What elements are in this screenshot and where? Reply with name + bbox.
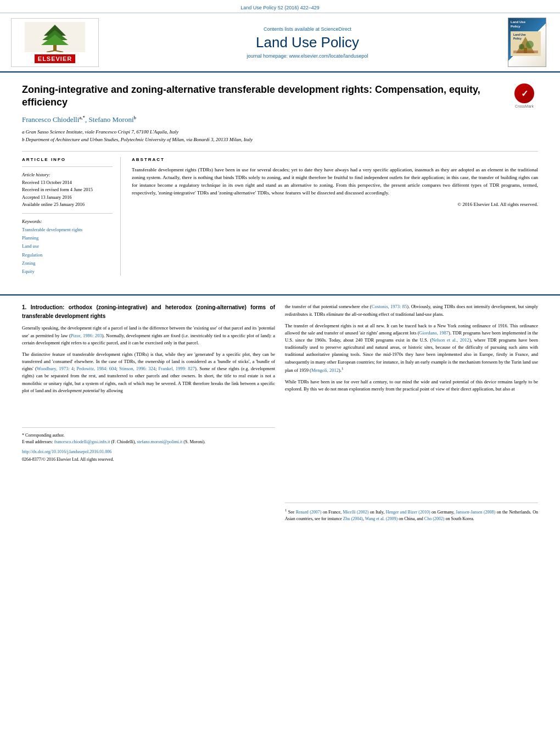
elsevier-logo-box: ELSEVIER — [11, 18, 99, 67]
footnote1-number: 1 — [285, 508, 287, 512]
ref-nelson[interactable]: Nelson et al., 2012 — [432, 337, 469, 343]
article-history: Article history: Received 13 October 201… — [22, 171, 113, 209]
corresponding-author-note: * Corresponding author. — [22, 432, 275, 439]
keyword-4[interactable]: Regulation — [22, 251, 113, 259]
ref-henger[interactable]: Henger and Bizer (2010) — [386, 510, 430, 515]
email-footnote: E-mail addresses: francesco.chiodelli@gs… — [22, 439, 275, 445]
elsevier-tree-icon — [25, 22, 85, 52]
ref-costonis[interactable]: Costonis, 1973: 85 — [372, 304, 407, 309]
ref-pizor[interactable]: Pizor, 1986: 203 — [71, 333, 102, 338]
info-divider-2 — [22, 213, 113, 214]
ref-zhu[interactable]: Zhu (2004) — [343, 516, 363, 521]
article-body: Zoning-integrative and zoning-alternativ… — [0, 72, 560, 287]
abstract-copyright: © 2016 Elsevier Ltd. All rights reserved… — [132, 202, 538, 207]
ref-woodbury[interactable]: Woodbury, 1973: 4 — [37, 366, 74, 371]
abstract-col: ABSTRACT Transferable development rights… — [132, 157, 538, 276]
footnote-ref-1: 1 — [341, 366, 344, 371]
section1-para1: Generally speaking, the development righ… — [22, 325, 275, 347]
journal-thumb: Land Use Policy Land Use Policy — [505, 18, 549, 67]
footnote-area-right: 1 See Renard (2007) on France, Micelli (… — [285, 503, 538, 522]
section1-heading: 1. Introduction: orthodox (zoning-integr… — [22, 303, 275, 320]
page: Land Use Policy 52 (2016) 422–429 ELSEVI… — [0, 0, 560, 742]
keyword-2[interactable]: Planning — [22, 234, 113, 242]
email2-name: (S. Moroni). — [183, 439, 205, 444]
crossmark-text: CrossMark — [515, 104, 534, 108]
abstract-title: ABSTRACT — [132, 157, 538, 162]
thumb-cover-text: Land Use Policy Land Use Policy — [511, 20, 541, 57]
elsevier-brand: ELSEVIER — [35, 54, 75, 63]
thumb-cover-image: Land Use Policy Land Use Policy — [508, 18, 546, 67]
right-col: the transfer of that potential somewhere… — [285, 303, 538, 522]
ref-mengoli[interactable]: Mengoli, 2012 — [311, 367, 339, 373]
info-divider-1 — [22, 166, 113, 167]
keywords-list: Transferable development rights Planning… — [22, 226, 113, 276]
email1-name: (F. Chiodelli), — [111, 439, 136, 444]
received-revised-date: Received in revised form 4 June 2015 — [22, 186, 113, 194]
doi-bar: Land Use Policy 52 (2016) 422–429 — [0, 0, 560, 13]
crossmark-widget[interactable]: ✓ CrossMark — [511, 83, 538, 108]
keywords-label: Keywords: — [22, 218, 113, 226]
journal-url: journal homepage: www.elsevier.com/locat… — [110, 53, 505, 59]
author-moroni[interactable]: , Stefano Moroni — [85, 115, 133, 124]
article-title: Zoning-integrative and zoning-alternativ… — [22, 83, 505, 109]
received-date: Received 13 October 2014 — [22, 179, 113, 187]
article-history-label: Article history: — [22, 171, 113, 179]
footnote1: 1 See Renard (2007) on France, Micelli (… — [285, 507, 538, 522]
affiliation-a: a Gran Sasso Science Institute, viale Fr… — [22, 129, 538, 136]
ref-frankel[interactable]: Frankel, 1999: 827 — [159, 366, 195, 371]
affiliations: a Gran Sasso Science Institute, viale Fr… — [22, 129, 538, 143]
footer-copyright: 0264-8377/© 2016 Elsevier Ltd. All right… — [22, 456, 275, 463]
abstract-text: Transferable development rights (TDRs) h… — [132, 166, 538, 197]
ref-pedowitz[interactable]: Pedowitz, 1984: 604 — [76, 366, 116, 371]
email1-link[interactable]: francesco.chiodelli@gssi.infn.it — [54, 439, 110, 444]
journal-title: Land Use Policy — [110, 34, 505, 51]
footnote1-text: See Renard (2007) on France, Micelli (20… — [285, 510, 538, 521]
ref-micelli[interactable]: Micelli (2002) — [343, 510, 368, 515]
elsevier-text: ELSEVIER — [35, 54, 75, 63]
article-title-row: Zoning-integrative and zoning-alternativ… — [22, 83, 538, 109]
ref-renard[interactable]: Renard (2007) — [296, 510, 322, 515]
section1-para5: While TDRs have been in use for over hal… — [285, 378, 538, 393]
left-col: 1. Introduction: orthodox (zoning-integr… — [22, 303, 275, 522]
crossmark-icon[interactable]: ✓ — [514, 83, 534, 103]
homepage-url-link[interactable]: www.elsevier.com/locate/landusepol — [289, 53, 368, 59]
available-date: Available online 25 January 2016 — [22, 201, 113, 209]
ref-wang[interactable]: Wang et al. (2009) — [365, 516, 397, 521]
email2-link[interactable]: stefano.moroni@polimi.it — [137, 439, 182, 444]
svg-text:Land Use: Land Use — [513, 33, 526, 36]
journal-header: ELSEVIER Contents lists available at Sci… — [0, 13, 560, 72]
keyword-6[interactable]: Equity — [22, 267, 113, 276]
email-label: E-mail addresses: — [22, 439, 53, 444]
ref-stinson[interactable]: Stinson, 1996: 324 — [119, 366, 155, 371]
affiliation-b: b Department of Architecture and Urban S… — [22, 136, 538, 144]
section1-para4: The transfer of development rights is no… — [285, 322, 538, 374]
svg-text:Policy: Policy — [513, 37, 522, 40]
section1-para2: The distinctive feature of transferable … — [22, 351, 275, 394]
article-info-col: ARTICLE INFO Article history: Received 1… — [22, 157, 121, 276]
ref-cho[interactable]: Cho (2002) — [424, 516, 445, 521]
authors-line: Francesco Chiodellia,*, Stefano Moronib — [22, 115, 538, 124]
footnote-area-left: * Corresponding author. E-mail addresses… — [22, 427, 275, 464]
svg-point-11 — [519, 44, 524, 49]
ref-giordano[interactable]: Giordano, 1987 — [419, 330, 449, 336]
info-abstract-cols: ARTICLE INFO Article history: Received 1… — [22, 151, 538, 276]
footer-doi-link[interactable]: http://dx.doi.org/10.1016/j.landusepol.2… — [22, 449, 275, 455]
author-a-sup: a,* — [79, 115, 85, 120]
section1-para3: the transfer of that potential somewhere… — [285, 303, 538, 317]
thumb-cover-svg: Land Use Policy — [511, 31, 541, 56]
contents-text: Contents lists available at — [264, 26, 320, 32]
doi-text: Land Use Policy 52 (2016) 422–429 — [240, 5, 320, 10]
keyword-3[interactable]: Land use — [22, 242, 113, 250]
svg-rect-10 — [513, 51, 538, 53]
author-b-sup: b — [134, 115, 137, 120]
sciencedirect-link[interactable]: ScienceDirect — [321, 26, 352, 32]
author-chiodelli[interactable]: Francesco Chiodelli — [22, 115, 79, 124]
journal-center: Contents lists available at ScienceDirec… — [110, 26, 505, 59]
keyword-1[interactable]: Transferable development rights — [22, 226, 113, 234]
ref-janssen[interactable]: Janssen-Jansen (2008) — [456, 510, 495, 515]
contents-line: Contents lists available at ScienceDirec… — [110, 26, 505, 32]
main-content: 1. Introduction: orthodox (zoning-integr… — [0, 294, 560, 522]
keyword-5[interactable]: Zoning — [22, 259, 113, 267]
corresponding-star: * Corresponding author. — [22, 433, 65, 438]
italic-dev-potential: development potential — [58, 388, 99, 393]
